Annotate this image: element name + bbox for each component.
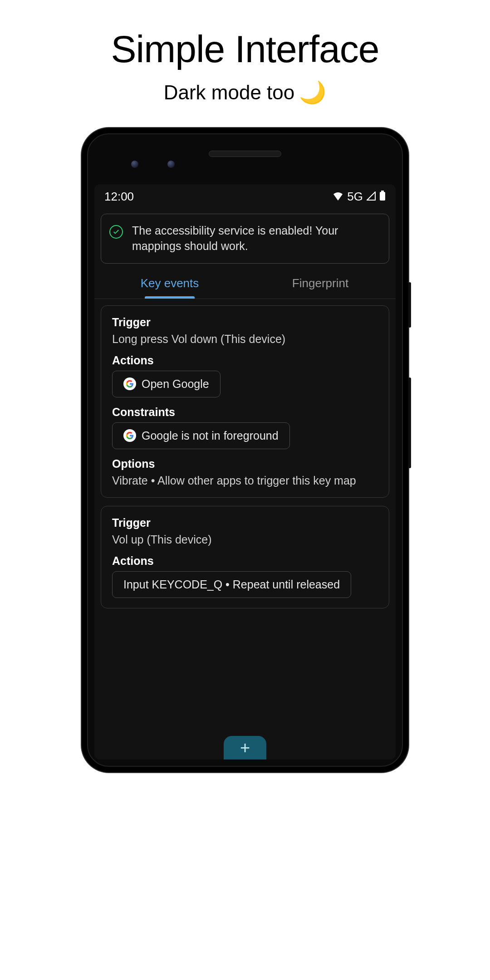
tab-fingerprint[interactable]: Fingerprint xyxy=(245,268,396,299)
actions-label: Actions xyxy=(112,354,378,367)
chip-label: Google is not in foreground xyxy=(142,429,279,442)
google-icon xyxy=(123,429,136,442)
options-value: Vibrate • Allow other apps to trigger th… xyxy=(112,474,378,487)
actions-label: Actions xyxy=(112,554,378,568)
phone-frame: 12:00 5G The ac xyxy=(82,128,408,772)
tab-label: Fingerprint xyxy=(292,276,348,290)
header-subtitle: Dark mode too 🌙 xyxy=(0,79,490,105)
app-screen: 12:00 5G The ac xyxy=(94,184,396,760)
plus-icon: + xyxy=(240,738,250,758)
constraints-label: Constraints xyxy=(112,406,378,419)
chip-label: Open Google xyxy=(142,377,209,391)
chip-label: Input KEYCODE_Q • Repeat until released xyxy=(123,578,340,591)
check-circle-icon xyxy=(109,225,123,239)
svg-rect-1 xyxy=(380,192,385,201)
google-icon xyxy=(123,377,136,390)
keymap-card[interactable]: Trigger Vol up (This device) Actions Inp… xyxy=(101,506,389,608)
trigger-label: Trigger xyxy=(112,516,378,529)
battery-icon xyxy=(379,190,386,204)
status-icons: 5G xyxy=(333,190,386,204)
phone-speaker xyxy=(209,151,281,157)
keymap-card[interactable]: Trigger Long press Vol down (This device… xyxy=(101,305,389,498)
phone-camera xyxy=(131,161,138,168)
marketing-header: Simple Interface Dark mode too 🌙 xyxy=(0,0,490,105)
tab-label: Key events xyxy=(141,276,199,290)
trigger-value: Vol up (This device) xyxy=(112,533,378,546)
subtitle-text: Dark mode too xyxy=(164,81,295,104)
phone-side-button xyxy=(408,282,411,328)
add-keymap-fab[interactable]: + xyxy=(224,736,266,760)
status-bar: 12:00 5G xyxy=(94,184,396,209)
options-label: Options xyxy=(112,457,378,470)
trigger-label: Trigger xyxy=(112,316,378,329)
wifi-icon xyxy=(333,190,343,204)
tabs: Key events Fingerprint xyxy=(94,268,396,299)
content[interactable]: Trigger Long press Vol down (This device… xyxy=(94,299,396,760)
status-time: 12:00 xyxy=(104,190,134,204)
header-title: Simple Interface xyxy=(0,27,490,71)
banner-text: The accessibility service is enabled! Yo… xyxy=(132,223,381,254)
tab-key-events[interactable]: Key events xyxy=(94,268,245,299)
network-label: 5G xyxy=(347,190,363,204)
moon-icon: 🌙 xyxy=(299,79,326,105)
trigger-value: Long press Vol down (This device) xyxy=(112,333,378,346)
accessibility-banner[interactable]: The accessibility service is enabled! Yo… xyxy=(101,214,389,264)
signal-icon xyxy=(367,190,376,204)
phone-side-button xyxy=(408,377,411,468)
phone-camera xyxy=(167,161,175,168)
action-chip[interactable]: Input KEYCODE_Q • Repeat until released xyxy=(112,571,351,598)
phone-inner: 12:00 5G The ac xyxy=(87,133,403,767)
svg-rect-0 xyxy=(381,191,384,192)
action-chip[interactable]: Open Google xyxy=(112,371,220,397)
constraint-chip[interactable]: Google is not in foreground xyxy=(112,422,290,449)
